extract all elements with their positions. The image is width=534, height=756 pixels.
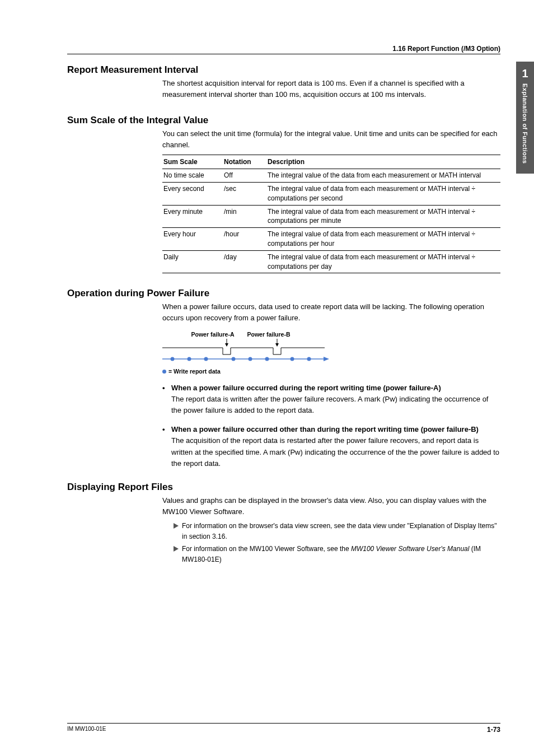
reference-item: For information on the browser's data vi… [174,521,500,542]
bullet-lead: When a power failure occurred during the… [171,382,500,394]
legend-text: = Write report data [168,368,221,375]
cell: The integral value of the data from each… [266,169,500,183]
bullet-item: When a power failure occurred during the… [162,382,500,416]
svg-marker-1 [225,343,228,347]
cell: No time scale [162,169,223,183]
triangle-icon [174,523,179,529]
triangle-icon [174,546,179,552]
cell: The integral value of data from each mea… [266,182,500,205]
table-header: Sum Scale [162,155,223,169]
svg-point-15 [171,357,175,361]
cell: /sec [223,182,266,205]
reference-text: For information on the MW100 Viewer Soft… [182,544,500,564]
table-row: Daily /day The integral value of data fr… [162,250,500,273]
header-crumb: 1.16 Report Function (/M3 Option) [67,45,500,54]
cell: Daily [162,250,223,273]
sum-scale-table: Sum Scale Notation Description No time s… [162,155,500,274]
cell: /hour [223,228,266,251]
bullet-item: When a power failure occurred other than… [162,424,500,469]
svg-point-17 [204,357,208,361]
heading-sum-scale: Sum Scale of the Integral Value [67,115,500,126]
svg-point-20 [265,357,269,361]
page-footer: IM MW100-01E 1-73 [67,723,500,734]
bullet-body: The acquisition of the report data is re… [171,436,499,467]
paragraph: You can select the unit time (formula) f… [162,128,500,151]
paragraph: Values and graphs can be displayed in th… [162,495,500,517]
cell: The integral value of data from each mea… [266,250,500,273]
table-header: Notation [223,155,266,169]
svg-point-22 [307,357,311,361]
svg-marker-14 [324,357,329,361]
diagram-legend: = Write report data [162,367,500,376]
svg-point-19 [249,357,252,361]
table-row: Every hour /hour The integral value of d… [162,228,500,251]
diagram-label-b: Power failure-B [247,331,290,338]
cell: The integral value of data from each mea… [266,228,500,251]
cell: The integral value of data from each mea… [266,205,500,228]
legend-dot-icon [162,370,166,374]
bullet-body: The report data is written after the pow… [171,395,488,414]
svg-point-16 [188,357,191,361]
cell: Every second [162,182,223,205]
cell: /min [223,205,266,228]
paragraph: The shortest acquisition interval for re… [162,78,500,100]
reference-text: For information on the browser's data vi… [182,521,500,542]
svg-marker-3 [275,343,279,347]
table-row: Every second /sec The integral value of … [162,182,500,205]
cell: Every minute [162,205,223,228]
heading-report-measurement-interval: Report Measurement Interval [67,64,500,76]
table-row: Every minute /min The integral value of … [162,205,500,228]
diagram-label-a: Power failure-A [191,331,234,338]
heading-displaying-report-files: Displaying Report Files [67,482,500,493]
bullet-lead: When a power failure occurred other than… [171,424,500,435]
paragraph: When a power failure occurs, data used t… [162,301,500,324]
cell: Off [223,169,266,183]
table-header: Description [266,155,500,169]
cell: Every hour [162,228,223,251]
footer-page-number: 1-73 [487,726,500,734]
table-row: No time scale Off The integral value of … [162,169,500,183]
svg-point-18 [232,357,236,361]
power-failure-diagram: Power failure-A Power failure-B [162,331,500,376]
reference-item: For information on the MW100 Viewer Soft… [174,544,500,564]
svg-point-21 [291,357,294,361]
cell: /day [223,250,266,273]
heading-power-failure: Operation during Power Failure [67,288,500,299]
footer-left: IM MW100-01E [67,726,106,734]
